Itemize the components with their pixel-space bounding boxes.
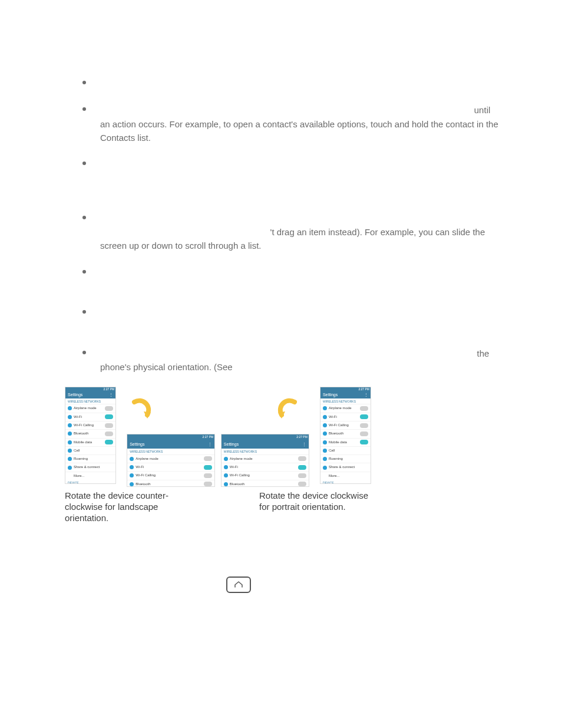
toggle bbox=[105, 414, 113, 419]
setting-icon bbox=[130, 465, 134, 469]
settings-item: Wi-Fi bbox=[320, 413, 371, 421]
toggle bbox=[105, 431, 113, 436]
setting-icon bbox=[224, 473, 228, 477]
toggle bbox=[360, 414, 368, 419]
title-bar: Settings ⋮ bbox=[222, 440, 309, 449]
setting-icon bbox=[323, 423, 327, 427]
item-label: Roaming bbox=[74, 456, 88, 462]
home-text-before: From any application, tap the Home Key bbox=[65, 578, 223, 592]
title-text: Settings bbox=[323, 392, 338, 398]
setting-icon bbox=[68, 440, 72, 444]
item-label: More... bbox=[74, 473, 85, 479]
captions: Rotate the device counter-clockwise for … bbox=[65, 490, 371, 523]
gesture-extra: slide the screen up or down to scroll th… bbox=[264, 241, 461, 251]
gesture-body: From many applications and menus, the or… bbox=[180, 348, 477, 358]
gesture-lead: Swipe or slide: bbox=[100, 213, 163, 223]
toggle bbox=[360, 431, 368, 436]
setting-icon bbox=[323, 457, 327, 461]
toggle bbox=[298, 482, 306, 486]
section-wireless: WIRELESS NETWORKS bbox=[65, 398, 115, 404]
gesture-tap: Tap: Tap the screen with your finger to … bbox=[65, 77, 498, 90]
item-label: Wi-Fi bbox=[74, 414, 82, 420]
item-label: Wi-Fi bbox=[230, 465, 238, 470]
item-label: Wi-Fi Calling bbox=[135, 473, 156, 478]
rotation-illustration: 2:27 PM Settings ⋮ WIRELESS NETWORKS Air… bbox=[65, 387, 371, 523]
toggle bbox=[105, 423, 113, 428]
settings-list: Airplane modeWi-FiWi-Fi CallingBluetooth… bbox=[65, 404, 115, 480]
toggle bbox=[105, 406, 113, 411]
settings-item: Wi-Fi Calling bbox=[222, 471, 309, 479]
gesture-lead: Drag: bbox=[100, 159, 123, 169]
section-wireless: WIRELESS NETWORKS bbox=[320, 398, 371, 404]
settings-item: Bluetooth bbox=[222, 480, 309, 486]
phone-portrait-right: 2:27 PM Settings ⋮ WIRELESS NETWORKS Air… bbox=[320, 387, 371, 484]
item-label: Airplane mode bbox=[135, 456, 158, 462]
settings-list: Airplane modeWi-FiWi-Fi CallingBluetooth… bbox=[320, 404, 371, 480]
gesture-extra: contact in the Contacts list. bbox=[153, 133, 259, 143]
home-key-line: From any application, tap the Home Key t… bbox=[65, 577, 498, 593]
settings-item: Roaming bbox=[65, 454, 115, 463]
settings-item: Wi-Fi bbox=[65, 413, 115, 421]
gesture-touch-hold: Touch and hold: Touch and hold an item o… bbox=[65, 103, 498, 144]
item-label: Airplane mode bbox=[74, 406, 97, 411]
gesture-swipe: Swipe or slide: To swipe or slide, quick… bbox=[65, 212, 498, 253]
gesture-lead: Pinch-to-Zoom: bbox=[100, 308, 166, 318]
phone-landscape-right: 2:27 PM Settings ⋮ WIRELESS NETWORKS Air… bbox=[221, 434, 309, 487]
item-label: Bluetooth bbox=[230, 482, 244, 486]
setting-icon bbox=[130, 457, 134, 461]
setting-icon bbox=[68, 406, 72, 410]
item-label: Mobile data bbox=[74, 440, 92, 445]
gesture-body: Double-tap to zoom on a webpage or a map… bbox=[100, 268, 492, 291]
item-label: Wi-Fi Calling bbox=[74, 423, 94, 428]
status-time: 2:27 PM bbox=[104, 387, 115, 392]
setting-icon bbox=[68, 423, 72, 427]
status-time: 2:27 PM bbox=[203, 435, 214, 440]
menu-icon: ⋮ bbox=[208, 442, 212, 448]
item-label: Bluetooth bbox=[135, 482, 150, 486]
settings-item: Bluetooth bbox=[320, 429, 371, 437]
status-bar: 2:27 PM bbox=[65, 387, 115, 392]
menu-icon: ⋮ bbox=[302, 442, 306, 448]
item-label: Wi-Fi bbox=[329, 414, 337, 420]
setting-icon bbox=[130, 473, 134, 477]
settings-item: Share & connect bbox=[65, 463, 115, 471]
item-label: Airplane mode bbox=[329, 406, 352, 411]
home-key-icon bbox=[226, 577, 251, 593]
menu-icon: ⋮ bbox=[109, 392, 113, 398]
home-text-after: to return to the Home screen. bbox=[254, 578, 369, 592]
gesture-rotate: Rotate the screen: From many application… bbox=[65, 347, 498, 374]
setting-icon bbox=[323, 406, 327, 410]
status-bar: 2:27 PM bbox=[320, 387, 371, 392]
setting-icon bbox=[224, 482, 228, 486]
setting-icon bbox=[130, 482, 134, 486]
setting-icon bbox=[68, 457, 72, 461]
title-text: Settings bbox=[130, 442, 144, 448]
setting-icon bbox=[224, 465, 228, 469]
toggle bbox=[204, 465, 212, 470]
gesture-body: Touch and hold an item for a moment and … bbox=[100, 159, 491, 197]
item-label: Wi-Fi bbox=[135, 465, 144, 470]
settings-item: Share & connect bbox=[320, 463, 371, 471]
section-device: DEVICE bbox=[320, 480, 371, 484]
gesture-lead: Tap: bbox=[100, 78, 118, 88]
title-bar: Settings ⋮ bbox=[65, 392, 115, 398]
settings-list: Airplane modeWi-FiWi-Fi CallingBluetooth… bbox=[127, 454, 214, 486]
setting-icon bbox=[323, 449, 327, 453]
gesture-drag: Drag: Touch and hold an item for a momen… bbox=[65, 157, 498, 199]
item-label: Wi-Fi Calling bbox=[329, 423, 349, 428]
settings-item: Bluetooth bbox=[127, 480, 214, 486]
settings-item: Mobile data bbox=[65, 438, 115, 446]
gesture-list: Tap: Tap the screen with your finger to … bbox=[65, 77, 498, 374]
settings-item: More... bbox=[65, 472, 115, 480]
gesture-lead: Touch and hold: bbox=[100, 105, 168, 115]
item-label: Share & connect bbox=[74, 465, 100, 470]
section-device: DEVICE bbox=[65, 480, 115, 484]
arrow-ccw-icon bbox=[130, 397, 153, 421]
setting-icon bbox=[323, 466, 327, 470]
settings-item: Call bbox=[65, 446, 115, 454]
gesture-double-tap: Double-tap: Double-tap to zoom on a webp… bbox=[65, 266, 498, 294]
setting-icon bbox=[224, 457, 228, 461]
toggle bbox=[360, 440, 368, 444]
settings-item: Mobile data bbox=[320, 438, 371, 446]
status-bar: 2:27 PM bbox=[222, 434, 309, 440]
